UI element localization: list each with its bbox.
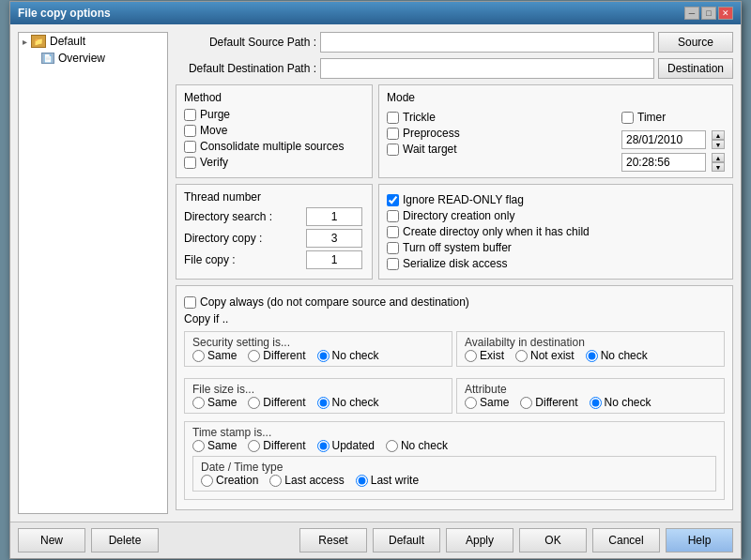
date-spin-up[interactable]: ▲ [712, 130, 725, 140]
attr-nocheck-radio[interactable] [590, 397, 602, 409]
dir-copy-row: Directory copy : [184, 229, 364, 248]
time-spin-up[interactable]: ▲ [712, 153, 725, 162]
purge-label: Purge [200, 108, 230, 121]
attr-diff-radio[interactable] [520, 397, 532, 409]
turn-off-buffer-row: Turn off system buffer [387, 241, 725, 254]
preprocess-checkbox[interactable] [387, 128, 399, 140]
dir-creation-checkbox[interactable] [387, 210, 399, 222]
dir-copy-input[interactable] [306, 229, 362, 248]
security-same-radio[interactable] [192, 350, 205, 362]
verify-label: Verify [200, 156, 228, 169]
copy-if-grid: Security setting is... Same Different [184, 327, 725, 417]
move-row: Move [184, 124, 364, 137]
security-nocheck-label[interactable]: No check [317, 349, 379, 362]
dir-search-input[interactable] [306, 207, 362, 226]
dt-creation-radio[interactable] [201, 475, 213, 487]
ts-nocheck-radio[interactable] [386, 440, 398, 452]
help-button[interactable]: Help [666, 528, 733, 552]
wait-target-checkbox[interactable] [387, 144, 399, 156]
trickle-checkbox[interactable] [387, 112, 399, 124]
verify-checkbox[interactable] [184, 157, 196, 169]
dt-lastaccess-radio[interactable] [269, 475, 282, 487]
ignore-readonly-checkbox[interactable] [387, 194, 399, 206]
time-spinner: ▲ ▼ [712, 153, 725, 172]
minimize-button[interactable]: ─ [684, 7, 699, 20]
always-copy-checkbox[interactable] [184, 296, 196, 309]
dt-lastaccess-label[interactable]: Last access [269, 474, 344, 487]
method-title: Method [184, 91, 364, 104]
attr-nocheck-label[interactable]: No check [590, 396, 651, 409]
fsize-nocheck-radio[interactable] [317, 397, 330, 409]
move-checkbox[interactable] [184, 125, 196, 137]
ts-diff-label[interactable]: Different [248, 439, 305, 452]
dest-path-input[interactable] [320, 58, 654, 79]
dt-lastwrite-label[interactable]: Last write [356, 474, 419, 487]
avail-nocheck-label[interactable]: No check [586, 349, 648, 362]
attribute-label: Attribute [465, 383, 716, 396]
dt-lastwrite-radio[interactable] [356, 475, 368, 487]
filesize-radio-group: Same Different No check [192, 396, 444, 409]
dt-creation-label[interactable]: Creation [201, 474, 258, 487]
fsize-nocheck-label[interactable]: No check [317, 396, 379, 409]
thread-section: Thread number Directory search : Directo… [176, 184, 373, 280]
serialize-disk-row: Serialize disk access [387, 257, 725, 270]
ts-same-label[interactable]: Same [192, 439, 237, 452]
attr-same-label[interactable]: Same [465, 396, 509, 409]
maximize-button[interactable]: □ [701, 7, 716, 20]
fsize-same-label[interactable]: Same [192, 396, 237, 409]
ts-diff-radio[interactable] [248, 440, 260, 452]
ts-updated-label[interactable]: Updated [317, 439, 375, 452]
security-same-label[interactable]: Same [192, 349, 237, 362]
create-dir-child-checkbox[interactable] [387, 226, 399, 238]
apply-button[interactable]: Apply [446, 528, 513, 552]
wait-target-label: Wait target [403, 143, 457, 156]
security-diff-radio[interactable] [248, 350, 260, 362]
timer-row: Timer [621, 111, 725, 124]
ts-same-radio[interactable] [192, 440, 205, 452]
purge-checkbox[interactable] [184, 109, 196, 121]
fsize-diff-label[interactable]: Different [248, 396, 305, 409]
cancel-button[interactable]: Cancel [592, 528, 660, 552]
security-subsection: Security setting is... Same Different [184, 331, 452, 367]
ignore-readonly-label: Ignore READ-ONLY flag [403, 193, 524, 206]
fsize-same-radio[interactable] [192, 397, 205, 409]
ts-nocheck-label[interactable]: No check [386, 439, 448, 452]
tree-root-icon: 📁 [31, 35, 46, 48]
consolidate-checkbox[interactable] [184, 141, 196, 153]
reset-button[interactable]: Reset [299, 528, 367, 552]
close-button[interactable]: ✕ [718, 7, 733, 20]
fsize-diff-radio[interactable] [248, 397, 260, 409]
source-path-input[interactable] [320, 32, 654, 53]
ok-button[interactable]: OK [519, 528, 587, 552]
tree-child-item[interactable]: 📄 Overview [19, 50, 167, 67]
thread-title: Thread number [184, 190, 364, 204]
date-spin-down[interactable]: ▼ [712, 140, 725, 149]
source-button[interactable]: Source [658, 32, 733, 53]
delete-button[interactable]: Delete [91, 528, 159, 552]
attr-diff-label[interactable]: Different [520, 396, 577, 409]
turn-off-buffer-checkbox[interactable] [387, 242, 399, 254]
new-button[interactable]: New [18, 528, 85, 552]
attr-same-radio[interactable] [465, 397, 477, 409]
security-diff-label[interactable]: Different [248, 349, 305, 362]
time-input[interactable] [621, 153, 706, 172]
ts-updated-radio[interactable] [317, 440, 330, 452]
file-copy-input[interactable] [306, 250, 362, 269]
avail-notexist-label[interactable]: Not exist [515, 349, 575, 362]
date-input[interactable] [621, 130, 706, 149]
verify-row: Verify [184, 156, 364, 169]
avail-exist-radio[interactable] [465, 350, 477, 362]
timer-checkbox[interactable] [621, 112, 634, 124]
security-nocheck-radio[interactable] [317, 350, 330, 362]
tree-root-item[interactable]: ▸ 📁 Default [19, 33, 167, 50]
tree-child-label: Overview [58, 52, 105, 65]
avail-exist-label[interactable]: Exist [465, 349, 504, 362]
default-button[interactable]: Default [373, 528, 440, 552]
serialize-disk-checkbox[interactable] [387, 258, 399, 270]
avail-nocheck-radio[interactable] [586, 350, 598, 362]
time-spin-down[interactable]: ▼ [712, 162, 725, 172]
date-spinner: ▲ ▼ [712, 130, 725, 149]
main-window: File copy options ─ □ ✕ ▸ 📁 Default 📄 Ov… [9, 1, 742, 559]
destination-button[interactable]: Destination [658, 58, 733, 79]
avail-notexist-radio[interactable] [515, 350, 528, 362]
